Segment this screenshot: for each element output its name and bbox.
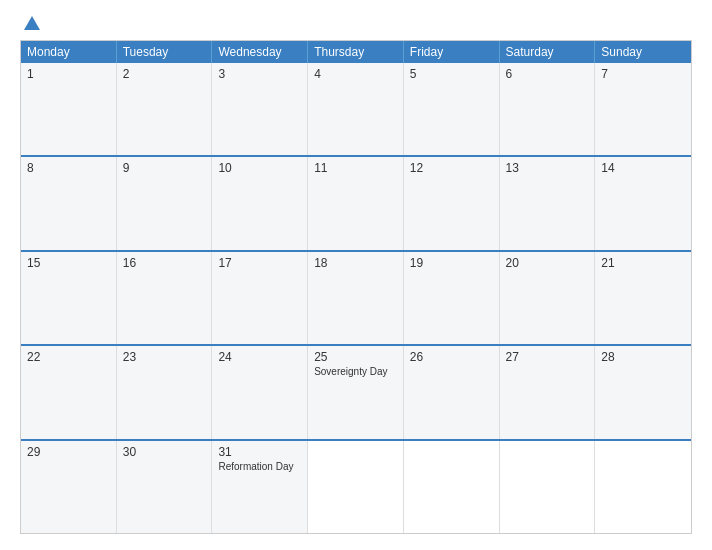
logo [20,16,40,30]
logo-triangle-icon [24,16,40,30]
day-cell [500,441,596,533]
logo-blue-text [20,16,40,30]
day-cell: 12 [404,157,500,249]
day-cell: 1 [21,63,117,155]
holiday-name: Sovereignty Day [314,366,397,378]
day-cell [595,441,691,533]
day-cell: 21 [595,252,691,344]
day-number: 5 [410,67,493,81]
day-headers: MondayTuesdayWednesdayThursdayFridaySatu… [21,41,691,63]
day-cell: 23 [117,346,213,438]
day-cell: 17 [212,252,308,344]
day-number: 4 [314,67,397,81]
day-cell: 26 [404,346,500,438]
calendar: MondayTuesdayWednesdayThursdayFridaySatu… [20,40,692,534]
week-row-4: 22232425Sovereignty Day262728 [21,344,691,438]
day-cell [308,441,404,533]
day-cell: 2 [117,63,213,155]
week-row-2: 891011121314 [21,155,691,249]
day-header-monday: Monday [21,41,117,63]
day-number: 12 [410,161,493,175]
day-cell: 14 [595,157,691,249]
day-cell: 10 [212,157,308,249]
day-cell: 25Sovereignty Day [308,346,404,438]
day-cell: 8 [21,157,117,249]
day-cell: 6 [500,63,596,155]
day-number: 29 [27,445,110,459]
day-header-tuesday: Tuesday [117,41,213,63]
day-cell: 5 [404,63,500,155]
day-number: 24 [218,350,301,364]
day-header-wednesday: Wednesday [212,41,308,63]
day-cell: 29 [21,441,117,533]
day-number: 2 [123,67,206,81]
day-cell: 27 [500,346,596,438]
day-cell [404,441,500,533]
day-cell: 18 [308,252,404,344]
page: MondayTuesdayWednesdayThursdayFridaySatu… [0,0,712,550]
day-header-sunday: Sunday [595,41,691,63]
day-number: 13 [506,161,589,175]
day-number: 9 [123,161,206,175]
day-number: 31 [218,445,301,459]
day-number: 6 [506,67,589,81]
day-cell: 19 [404,252,500,344]
day-number: 16 [123,256,206,270]
day-number: 17 [218,256,301,270]
day-cell: 16 [117,252,213,344]
day-number: 22 [27,350,110,364]
day-cell: 11 [308,157,404,249]
day-number: 19 [410,256,493,270]
day-number: 30 [123,445,206,459]
day-cell: 4 [308,63,404,155]
day-number: 7 [601,67,685,81]
day-number: 14 [601,161,685,175]
header [20,16,692,30]
day-number: 26 [410,350,493,364]
week-row-3: 15161718192021 [21,250,691,344]
day-number: 28 [601,350,685,364]
day-number: 18 [314,256,397,270]
day-header-friday: Friday [404,41,500,63]
day-number: 25 [314,350,397,364]
day-number: 3 [218,67,301,81]
day-number: 27 [506,350,589,364]
day-number: 21 [601,256,685,270]
weeks: 1234567891011121314151617181920212223242… [21,63,691,533]
day-cell: 13 [500,157,596,249]
day-cell: 7 [595,63,691,155]
day-cell: 22 [21,346,117,438]
week-row-1: 1234567 [21,63,691,155]
day-cell: 15 [21,252,117,344]
day-number: 8 [27,161,110,175]
holiday-name: Reformation Day [218,461,301,473]
day-number: 15 [27,256,110,270]
day-cell: 24 [212,346,308,438]
day-number: 10 [218,161,301,175]
day-number: 1 [27,67,110,81]
day-cell: 31Reformation Day [212,441,308,533]
day-cell: 9 [117,157,213,249]
day-number: 23 [123,350,206,364]
day-header-saturday: Saturday [500,41,596,63]
week-row-5: 293031Reformation Day [21,439,691,533]
day-number: 11 [314,161,397,175]
day-cell: 28 [595,346,691,438]
day-cell: 3 [212,63,308,155]
day-header-thursday: Thursday [308,41,404,63]
day-cell: 20 [500,252,596,344]
day-number: 20 [506,256,589,270]
day-cell: 30 [117,441,213,533]
